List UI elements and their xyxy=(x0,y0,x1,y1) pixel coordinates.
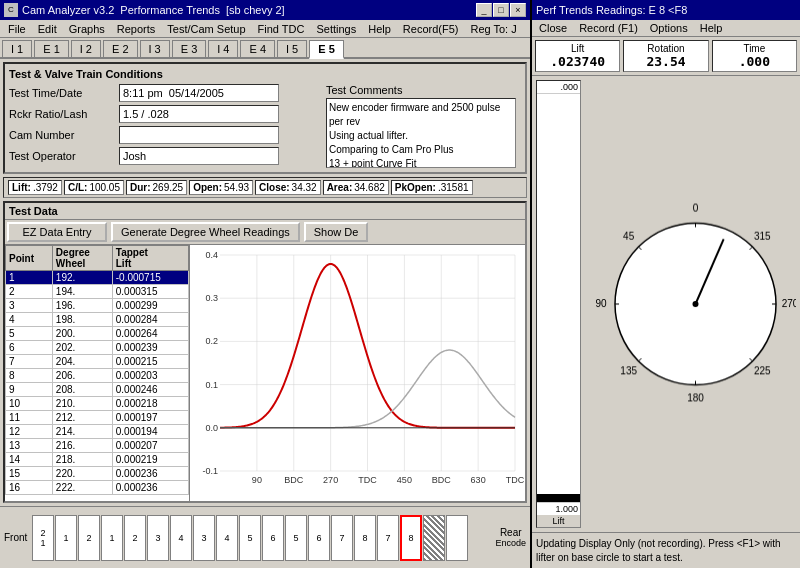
cylinder-cell[interactable]: 7 xyxy=(331,515,353,561)
table-row[interactable]: 5200.0.000264 xyxy=(6,327,189,341)
cylinder-cell[interactable]: 4 xyxy=(216,515,238,561)
cylinder-cell[interactable] xyxy=(446,515,468,561)
tab-i3[interactable]: I 3 xyxy=(140,40,170,57)
table-row[interactable]: 14218.0.000219 xyxy=(6,453,189,467)
generate-wheel-button[interactable]: Generate Degree Wheel Readings xyxy=(111,222,300,242)
stats-bar: Lift:.3792 C/L:100.05 Dur:269.25 Open:54… xyxy=(3,177,527,198)
rckr-ratio-label: Rckr Ratio/Lash xyxy=(9,108,119,120)
ez-entry-button[interactable]: EZ Data Entry xyxy=(7,222,107,242)
menu-findtdc[interactable]: Find TDC xyxy=(252,22,311,36)
menu-record[interactable]: Record(F5) xyxy=(397,22,465,36)
time-reading-value: .000 xyxy=(717,54,792,69)
tab-e1[interactable]: E 1 xyxy=(34,40,69,57)
menu-testcam[interactable]: Test/Cam Setup xyxy=(161,22,251,36)
tab-i4[interactable]: I 4 xyxy=(208,40,238,57)
cylinder-cell[interactable]: 3 xyxy=(147,515,169,561)
table-row[interactable]: 1192.-0.000715 xyxy=(6,271,189,285)
stat-close-label: Close: xyxy=(259,182,290,193)
tab-e5[interactable]: E 5 xyxy=(309,40,344,59)
right-menu-close[interactable]: Close xyxy=(533,21,573,35)
stat-lift-label: Lift: xyxy=(12,182,31,193)
table-row[interactable]: 16222.0.000236 xyxy=(6,481,189,495)
minimize-btn[interactable]: _ xyxy=(476,3,492,17)
test-conditions-section: Test & Valve Train Conditions Test Time/… xyxy=(3,62,527,174)
cylinder-cell[interactable]: 1 xyxy=(101,515,123,561)
table-row[interactable]: 15220.0.000236 xyxy=(6,467,189,481)
tab-i2[interactable]: I 2 xyxy=(71,40,101,57)
perf-trends-title: Performance Trends xyxy=(120,4,220,16)
cylinder-cell[interactable]: 21 xyxy=(32,515,54,561)
table-row[interactable]: 4198.0.000284 xyxy=(6,313,189,327)
lift-reading-value: .023740 xyxy=(540,54,615,69)
tab-e3[interactable]: E 3 xyxy=(172,40,207,57)
table-row[interactable]: 3196.0.000299 xyxy=(6,299,189,313)
test-data-content: Point DegreeWheel TappetLift 1192.-0.000… xyxy=(5,245,525,501)
menu-reports[interactable]: Reports xyxy=(111,22,162,36)
test-time-input[interactable] xyxy=(119,84,279,102)
table-row[interactable]: 7204.0.000215 xyxy=(6,355,189,369)
show-de-button[interactable]: Show De xyxy=(304,222,369,242)
maximize-btn[interactable]: □ xyxy=(493,3,509,17)
table-row[interactable]: 6202.0.000239 xyxy=(6,341,189,355)
tab-i5[interactable]: I 5 xyxy=(277,40,307,57)
test-data-header-row: Test Data xyxy=(5,203,525,220)
right-menu-help[interactable]: Help xyxy=(694,21,729,35)
cam-number-input[interactable] xyxy=(119,126,279,144)
rckr-ratio-row: Rckr Ratio/Lash xyxy=(9,105,318,123)
table-row[interactable]: 2194.0.000315 xyxy=(6,285,189,299)
readings-values-row: Lift .023740 Rotation 23.54 Time .000 xyxy=(532,37,800,76)
cylinder-cell[interactable] xyxy=(423,515,445,561)
menu-edit[interactable]: Edit xyxy=(32,22,63,36)
time-reading-box: Time .000 xyxy=(712,40,797,72)
tab-e4[interactable]: E 4 xyxy=(240,40,275,57)
cylinder-cell[interactable]: 2 xyxy=(78,515,100,561)
left-side: File Edit Graphs Reports Test/Cam Setup … xyxy=(0,20,530,568)
stat-close-value: 34.32 xyxy=(292,182,317,193)
lift-reading-box: Lift .023740 xyxy=(535,40,620,72)
menu-help[interactable]: Help xyxy=(362,22,397,36)
left-title-bar: C Cam Analyzer v3.2 Performance Trends [… xyxy=(0,0,530,20)
rotation-reading-box: Rotation 23.54 xyxy=(623,40,708,72)
right-menu-record[interactable]: Record (F1) xyxy=(573,21,644,35)
test-data-buttons: EZ Data Entry Generate Degree Wheel Read… xyxy=(5,220,525,245)
table-row[interactable]: 10210.0.000218 xyxy=(6,397,189,411)
menu-settings[interactable]: Settings xyxy=(310,22,362,36)
cylinder-cell[interactable]: 5 xyxy=(285,515,307,561)
table-row[interactable]: 9208.0.000246 xyxy=(6,383,189,397)
stat-lift-value: .3792 xyxy=(33,182,58,193)
test-comments-area: New encoder firmware and 2500 pulse per … xyxy=(326,98,516,168)
lift-reading-label: Lift xyxy=(540,43,615,54)
stat-dur-value: 269.25 xyxy=(153,182,184,193)
cylinder-cell[interactable]: 4 xyxy=(170,515,192,561)
rckr-ratio-input[interactable] xyxy=(119,105,279,123)
cylinder-cell[interactable]: 7 xyxy=(377,515,399,561)
menu-bar: File Edit Graphs Reports Test/Cam Setup … xyxy=(0,20,530,38)
cylinder-cell[interactable]: 1 xyxy=(55,515,77,561)
cylinder-cell[interactable]: 2 xyxy=(124,515,146,561)
menu-file[interactable]: File xyxy=(2,22,32,36)
cylinder-cell[interactable]: 8 xyxy=(400,515,422,561)
app-icon: C xyxy=(4,3,18,17)
app-window: C Cam Analyzer v3.2 Performance Trends [… xyxy=(0,0,800,568)
cylinder-cell[interactable]: 8 xyxy=(354,515,376,561)
test-operator-row: Test Operator xyxy=(9,147,318,165)
stat-open-value: 54.93 xyxy=(224,182,249,193)
cylinder-cell[interactable]: 6 xyxy=(262,515,284,561)
close-btn[interactable]: × xyxy=(510,3,526,17)
table-row[interactable]: 12214.0.000194 xyxy=(6,425,189,439)
cylinder-cell[interactable]: 6 xyxy=(308,515,330,561)
test-time-row: Test Time/Date xyxy=(9,84,318,102)
tab-e2[interactable]: E 2 xyxy=(103,40,138,57)
stat-dur: Dur:269.25 xyxy=(126,180,187,195)
right-menu-options[interactable]: Options xyxy=(644,21,694,35)
test-data-section: Test Data EZ Data Entry Generate Degree … xyxy=(3,201,527,503)
table-row[interactable]: 13216.0.000207 xyxy=(6,439,189,453)
menu-graphs[interactable]: Graphs xyxy=(63,22,111,36)
table-row[interactable]: 11212.0.000197 xyxy=(6,411,189,425)
test-operator-input[interactable] xyxy=(119,147,279,165)
tab-i1[interactable]: I 1 xyxy=(2,40,32,57)
table-row[interactable]: 8206.0.000203 xyxy=(6,369,189,383)
cylinder-cell[interactable]: 5 xyxy=(239,515,261,561)
cylinder-cell[interactable]: 3 xyxy=(193,515,215,561)
menu-regto[interactable]: Reg To: J xyxy=(464,22,522,36)
